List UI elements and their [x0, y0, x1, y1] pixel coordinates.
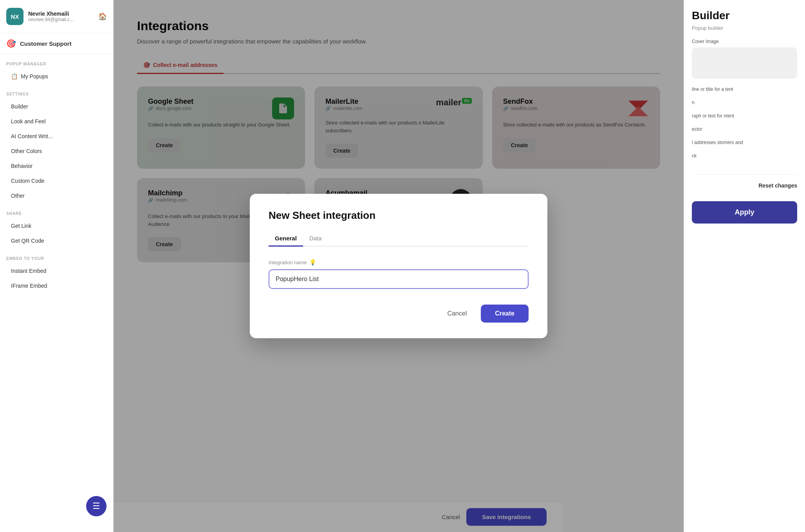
modal-actions: Cancel Create — [269, 305, 529, 323]
modal-title: New Sheet integration — [269, 209, 529, 222]
right-panel-field5: l addresses stomers and — [692, 140, 797, 145]
right-panel-field1: line or title for a tent — [692, 87, 797, 92]
integration-name-input[interactable] — [269, 269, 529, 289]
right-panel-field6: ck — [692, 153, 797, 159]
right-panel-bottom: Reset changes Apply — [692, 174, 797, 224]
modal-create-button[interactable]: Create — [481, 305, 529, 323]
sidebar-item-instant-embed[interactable]: Instant Embed — [6, 264, 107, 278]
sidebar-item-other[interactable]: Other — [6, 189, 107, 203]
sidebar-section-settings: SETTINGS Builder Look and Feel AI Conten… — [0, 84, 113, 204]
modal-field-label: Integration name 💡 — [269, 259, 529, 265]
field1-label: line or title for a tent — [692, 87, 797, 92]
chat-bubble[interactable]: ☰ — [86, 496, 106, 516]
cover-image-placeholder — [692, 47, 797, 79]
field5-label: l addresses stomers and — [692, 140, 797, 145]
right-panel-field2: n — [692, 100, 797, 105]
apply-button[interactable]: Apply — [692, 201, 797, 224]
my-popups-icon: 📋 — [11, 73, 18, 79]
field4-label: ector — [692, 126, 797, 132]
section-label-share: SHARE — [6, 211, 107, 216]
modal-tab-data[interactable]: Data — [303, 231, 328, 247]
right-panel-field3: raph or text for ntent — [692, 113, 797, 119]
field3-label: raph or text for ntent — [692, 113, 797, 119]
customer-support-icon: 🎯 — [6, 39, 16, 48]
customer-support-item[interactable]: 🎯 Customer Support — [0, 33, 113, 54]
modal-cancel-button[interactable]: Cancel — [439, 305, 475, 322]
modal-overlay: New Sheet integration General Data Integ… — [114, 0, 684, 532]
right-panel-title: Builder — [692, 9, 797, 22]
sidebar: NX Nevrie Xhemaili nevriee.94@gmail.c...… — [0, 0, 114, 532]
user-name: Nevrie Xhemaili — [28, 11, 74, 17]
section-label-popup-manager: POPUP MANAGER — [6, 62, 107, 66]
sidebar-item-ai-content[interactable]: AI Content Writ... — [6, 129, 107, 143]
sidebar-item-builder[interactable]: Builder — [6, 99, 107, 114]
avatar: NX — [6, 8, 23, 25]
field2-label: n — [692, 100, 797, 105]
modal-tab-general[interactable]: General — [269, 231, 303, 247]
sidebar-item-my-popups[interactable]: 📋 My Popups — [6, 69, 107, 83]
customer-support-label: Customer Support — [20, 40, 72, 47]
sidebar-item-behavior[interactable]: Behavior — [6, 159, 107, 173]
cover-image-label: Cover Image — [692, 39, 797, 44]
user-email: nevriee.94@gmail.c... — [28, 17, 74, 22]
lightbulb-icon: 💡 — [309, 259, 316, 265]
sidebar-item-other-colors[interactable]: Other Colors — [6, 144, 107, 158]
right-panel-field4: ector — [692, 126, 797, 132]
reset-changes-button[interactable]: Reset changes — [692, 182, 797, 189]
field6-label: ck — [692, 153, 797, 159]
sidebar-section-popup-manager: POPUP MANAGER 📋 My Popups — [0, 54, 113, 84]
home-icon[interactable]: 🏠 — [98, 12, 107, 21]
sidebar-item-iframe-embed[interactable]: IFrame Embed — [6, 279, 107, 293]
sidebar-header: NX Nevrie Xhemaili nevriee.94@gmail.c...… — [0, 0, 113, 33]
right-panel-subtitle: Popup builder — [692, 25, 797, 31]
section-label-embed: EMBED TO YOUR — [6, 256, 107, 261]
right-panel: Builder Popup builder Cover Image line o… — [684, 0, 805, 532]
cover-image-section: Cover Image — [692, 39, 797, 79]
sidebar-section-share: SHARE Get Link Get QR Code — [0, 204, 113, 249]
modal-field-group: Integration name 💡 — [269, 259, 529, 289]
section-label-settings: SETTINGS — [6, 92, 107, 96]
sidebar-item-look-and-feel[interactable]: Look and Feel — [6, 114, 107, 128]
sidebar-item-get-link[interactable]: Get Link — [6, 219, 107, 233]
modal-tabs: General Data — [269, 231, 529, 247]
sidebar-item-custom-code[interactable]: Custom Code — [6, 174, 107, 188]
sidebar-item-get-qr-code[interactable]: Get QR Code — [6, 234, 107, 248]
main-content: Integrations Discover a range of powerfu… — [114, 0, 684, 532]
sidebar-section-embed: EMBED TO YOUR Instant Embed IFrame Embed — [0, 249, 113, 294]
modal: New Sheet integration General Data Integ… — [250, 194, 547, 338]
